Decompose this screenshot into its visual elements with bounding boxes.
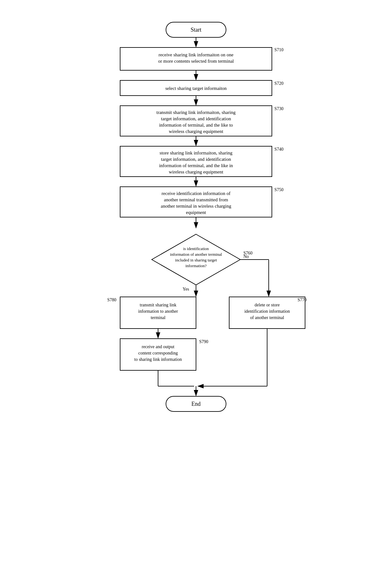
s790-label: S790 xyxy=(199,339,208,344)
s770-line2: identification information xyxy=(244,309,290,314)
s740-line4: wireless charging equipment xyxy=(169,169,224,174)
s780-label: S780 xyxy=(107,298,116,302)
s740-line1: store sharing link informaiton, sharing xyxy=(160,150,233,155)
s790-line3: to sharing link information xyxy=(134,357,182,362)
s730-line4: wireless charging equipment xyxy=(169,129,224,134)
s750-label: S750 xyxy=(274,187,284,192)
s710-label: S710 xyxy=(274,47,284,52)
s760-no-label: No xyxy=(243,254,249,259)
s740-label: S740 xyxy=(274,147,284,152)
s730-line2: target information, and identification xyxy=(161,116,231,121)
s750-line2: another terminal transmitted from xyxy=(164,197,228,202)
s780-line2: information to another xyxy=(138,309,178,314)
s760-line1: is identification xyxy=(183,246,209,251)
s730-line1: transmit sharing link informaiton, shari… xyxy=(156,110,236,115)
s740-line3: information of terminal, and the like in xyxy=(159,163,233,168)
s760-yes-label: Yes xyxy=(183,287,189,292)
s760-line3: included in sharing target xyxy=(175,258,217,262)
s770-line1: delete or store xyxy=(254,303,279,307)
end-label: End xyxy=(192,401,201,407)
s750-line4: equipment xyxy=(186,210,206,215)
flowchart-container: Start receive sharing link informaiton o… xyxy=(85,13,307,544)
s750-line1: receive identification information of xyxy=(162,191,230,196)
s760-line2: information of another terminal xyxy=(170,252,222,257)
s780-line1: transmit sharing link xyxy=(140,303,176,307)
s730-line3: information of terminal, and the like to xyxy=(159,122,233,128)
start-label: Start xyxy=(191,27,201,33)
s790-line2: content corresponding xyxy=(138,351,178,355)
s730-label: S730 xyxy=(274,106,284,111)
s770-label: S770 xyxy=(297,298,307,302)
s760-line4: information? xyxy=(185,263,206,268)
s740-line2: target information, and identification xyxy=(161,157,231,162)
s720-text: select sharing target informaiton xyxy=(165,86,227,91)
s750-line3: another terminal in wireless charging xyxy=(161,204,231,209)
s710-text-line2: or more contents selected from terminal xyxy=(158,59,234,64)
s790-line1: receive and output xyxy=(142,344,175,349)
s710-text-line1: receive sharing link informaiton on one xyxy=(158,52,233,57)
s780-line3: terminal xyxy=(151,315,166,320)
s720-label: S720 xyxy=(274,81,284,86)
flowchart-svg: Start receive sharing link informaiton o… xyxy=(85,13,307,544)
s770-line3: of another terminal xyxy=(250,315,284,320)
